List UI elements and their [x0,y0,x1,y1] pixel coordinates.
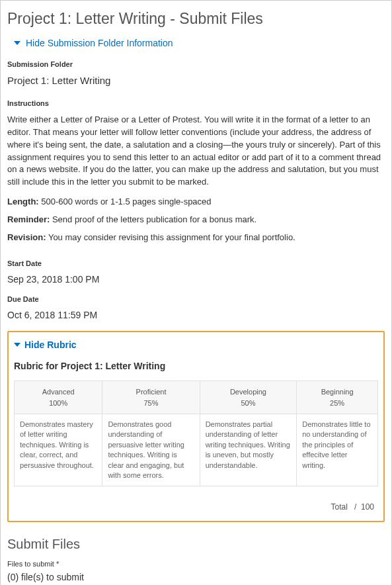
submission-folder-label: Submission Folder [7,60,385,68]
length-label: Length: [7,197,39,206]
rubric-level-header: Beginning 25% [297,381,378,414]
rubric-level-header: Developing 50% [200,381,297,414]
chevron-down-icon [14,41,20,45]
rubric-table: Advanced 100% Proficient 75% Developing … [14,381,378,486]
chevron-down-icon [14,343,20,347]
instructions-body: Write either a Letter of Praise or a Let… [7,114,385,189]
rubric-title: Rubric for Project 1: Letter Writing [14,361,378,371]
rubric-cell: Demonstrates good understanding of persu… [102,414,200,486]
length-line: Length: 500-600 words or 1-1.5 pages sin… [7,197,385,206]
files-to-submit-label: Files to submit * [7,560,385,568]
reminder-value: Send proof of the letters publication fo… [52,214,256,224]
rubric-level-header: Advanced 100% [15,381,102,414]
submit-files-heading: Submit Files [7,537,385,552]
files-to-submit-count: (0) file(s) to submit [7,572,385,582]
revision-line: Revision: You may consider revising this… [7,232,385,242]
rubric-level-header: Proficient 75% [102,381,200,414]
instructions-label: Instructions [7,99,385,107]
start-date-label: Start Date [7,259,385,267]
reminder-line: Reminder: Send proof of the letters publ… [7,214,385,224]
rubric-section: Hide Rubric Rubric for Project 1: Letter… [7,331,385,522]
rubric-total: Total / 100 [14,486,378,516]
due-date-label: Due Date [7,295,385,303]
revision-label: Revision: [7,232,46,242]
hide-rubric-label: Hide Rubric [24,339,77,350]
rubric-cell: Demonstrates partial understanding of le… [200,414,297,486]
length-value: 500-600 words or 1-1.5 pages single-spac… [41,197,211,206]
hide-folder-info-toggle[interactable]: Hide Submission Folder Information [14,38,173,48]
hide-folder-info-label: Hide Submission Folder Information [26,38,173,48]
page-title: Project 1: Letter Writing - Submit Files [7,10,385,28]
rubric-cell: Demonstrates mastery of letter writing t… [15,414,102,486]
due-date-value: Oct 6, 2018 11:59 PM [7,310,385,320]
start-date-value: Sep 23, 2018 1:00 PM [7,274,385,285]
hide-rubric-toggle[interactable]: Hide Rubric [14,339,77,350]
rubric-cell: Demonstrates little to no understanding … [297,414,378,486]
revision-value: You may consider revising this assignmen… [48,232,295,242]
submission-folder-name: Project 1: Letter Writing [7,75,385,86]
reminder-label: Reminder: [7,214,50,224]
